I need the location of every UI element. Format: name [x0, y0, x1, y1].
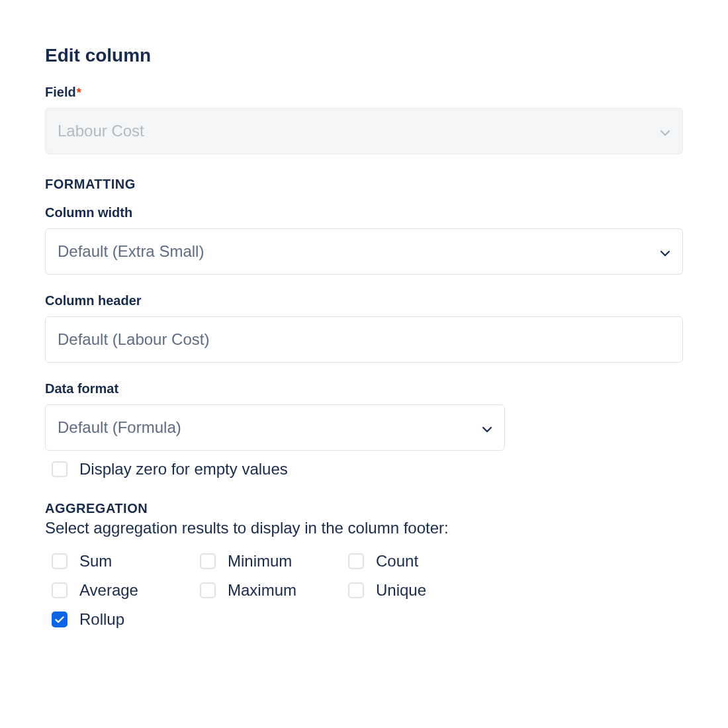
agg-item-rollup: Rollup	[52, 610, 200, 629]
column-width-value: Default (Extra Small)	[58, 242, 204, 261]
column-width-select[interactable]: Default (Extra Small)	[45, 228, 683, 275]
column-width-label: Column width	[45, 205, 132, 220]
count-checkbox[interactable]	[348, 553, 364, 569]
formatting-heading: FORMATTING	[45, 177, 683, 192]
data-format-label: Data format	[45, 381, 118, 396]
aggregation-heading: AGGREGATION	[45, 501, 683, 516]
rollup-label[interactable]: Rollup	[79, 610, 124, 629]
field-select-value: Labour Cost	[58, 122, 144, 140]
field-select: Labour Cost	[45, 108, 683, 154]
sum-label[interactable]: Sum	[79, 552, 112, 570]
display-zero-row: Display zero for empty values	[45, 460, 683, 478]
sum-checkbox[interactable]	[52, 553, 68, 569]
field-label: Field	[45, 85, 76, 100]
field-group-field: Field* Labour Cost	[45, 85, 683, 154]
count-label[interactable]: Count	[376, 552, 418, 570]
average-label[interactable]: Average	[79, 581, 138, 600]
aggregation-description: Select aggregation results to display in…	[45, 519, 683, 537]
field-group-column-header: Column header	[45, 293, 683, 363]
display-zero-checkbox[interactable]	[52, 461, 68, 477]
minimum-label[interactable]: Minimum	[228, 552, 292, 570]
chevron-down-icon	[482, 418, 492, 437]
unique-label[interactable]: Unique	[376, 581, 426, 600]
rollup-checkbox[interactable]	[52, 612, 68, 627]
field-group-data-format: Data format Default (Formula) Display ze…	[45, 381, 683, 478]
required-indicator: *	[77, 86, 81, 99]
column-header-label: Column header	[45, 293, 142, 308]
minimum-checkbox[interactable]	[200, 553, 216, 569]
maximum-checkbox[interactable]	[200, 582, 216, 598]
average-checkbox[interactable]	[52, 582, 68, 598]
field-group-column-width: Column width Default (Extra Small)	[45, 205, 683, 275]
page-title: Edit column	[45, 45, 683, 66]
agg-item-minimum: Minimum	[200, 552, 348, 570]
aggregation-grid: Sum Minimum Count Average Maximum Unique	[45, 552, 683, 629]
chevron-down-icon	[660, 122, 670, 140]
agg-item-maximum: Maximum	[200, 581, 348, 600]
display-zero-label[interactable]: Display zero for empty values	[79, 460, 288, 478]
data-format-value: Default (Formula)	[58, 418, 181, 437]
chevron-down-icon	[660, 242, 670, 261]
column-header-input[interactable]	[45, 316, 683, 363]
agg-item-unique: Unique	[348, 581, 496, 600]
unique-checkbox[interactable]	[348, 582, 364, 598]
agg-item-count: Count	[348, 552, 496, 570]
agg-item-sum: Sum	[52, 552, 200, 570]
data-format-select[interactable]: Default (Formula)	[45, 404, 505, 451]
agg-item-average: Average	[52, 581, 200, 600]
maximum-label[interactable]: Maximum	[228, 581, 296, 600]
